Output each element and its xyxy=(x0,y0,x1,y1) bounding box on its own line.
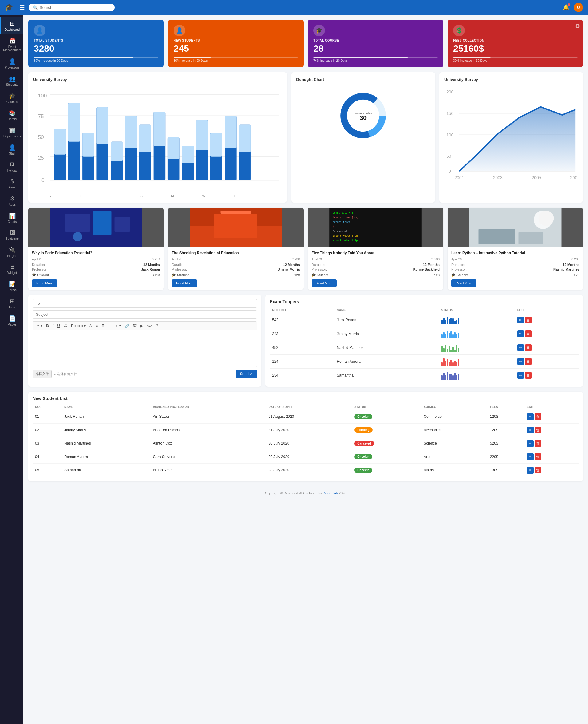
sidebar-item-fees[interactable]: $ Fees xyxy=(0,175,23,192)
topper-del-btn[interactable]: 🗑 xyxy=(525,330,532,337)
toolbar-bold-btn[interactable]: B xyxy=(45,323,50,328)
sidebar-item-students[interactable]: 👥 Students xyxy=(0,72,23,89)
toolbar-font-btn[interactable]: 🖨 xyxy=(62,323,68,328)
sidebar-item-professors[interactable]: 👤 Professors xyxy=(0,55,23,72)
toolbar-help-btn[interactable]: ? xyxy=(155,323,160,328)
bar-light-2 xyxy=(82,133,94,157)
bar-light-11 xyxy=(210,133,223,157)
toolbar-image-btn[interactable]: 🖼 xyxy=(132,323,138,328)
topper-del-btn[interactable]: 🗑 xyxy=(525,317,532,323)
search-input[interactable] xyxy=(40,5,110,10)
charts-icon: 📊 xyxy=(9,213,16,219)
sidebar-item-event[interactable]: 📅 Event Management xyxy=(0,35,23,55)
read-more-btn-blog-4[interactable]: Read More xyxy=(451,279,477,287)
mini-bar xyxy=(454,350,456,352)
stat-card-progress-fees-collection xyxy=(453,57,578,58)
toolbar-code-btn[interactable]: </> xyxy=(146,323,153,328)
blog-student-count-blog-2: +120 xyxy=(292,273,300,277)
topper-edit-btn[interactable]: ✏ xyxy=(517,372,524,379)
toolbar-format-btn[interactable]: ✏ ▾ xyxy=(35,323,44,328)
topper-edit-btn[interactable]: ✏ xyxy=(517,344,524,351)
toolbar-font-select[interactable]: Roboto ▾ xyxy=(70,323,87,328)
students-col-header: NAME xyxy=(62,404,150,410)
email-subject-field[interactable] xyxy=(33,310,257,319)
student-del-btn[interactable]: 🗑 xyxy=(534,440,541,447)
holiday-label: Holiday xyxy=(7,169,17,172)
topper-del-btn[interactable]: 🗑 xyxy=(525,344,532,351)
sidebar-item-library[interactable]: 📚 Library xyxy=(0,107,23,124)
send-btn[interactable]: Send ✓ xyxy=(236,370,257,378)
sidebar-item-dashboard[interactable]: ⊞ Dashboard xyxy=(0,17,23,35)
sidebar-item-charts[interactable]: 📊 Charts xyxy=(0,209,23,226)
topper-edit-btn[interactable]: ✏ xyxy=(517,317,524,323)
blog-prof-val-blog-1: Jack Ronan xyxy=(141,267,160,271)
sidebar-item-widget[interactable]: 🖥 Widget xyxy=(0,261,23,278)
student-del-btn[interactable]: 🗑 xyxy=(534,427,541,434)
toppers-status-bars xyxy=(439,327,515,341)
toolbar-ol-btn[interactable]: ☰ xyxy=(100,323,106,328)
student-del-btn[interactable]: 🗑 xyxy=(534,454,541,460)
email-body[interactable] xyxy=(33,330,257,367)
toolbar-ul-btn[interactable]: ≡ xyxy=(94,323,99,328)
student-edit-btn[interactable]: ✏ xyxy=(527,454,533,460)
topper-del-btn[interactable]: 🗑 xyxy=(525,372,532,379)
toolbar-color-btn[interactable]: A xyxy=(88,323,93,328)
sidebar-item-table[interactable]: ⊞ Table xyxy=(0,295,23,312)
file-choose-btn[interactable]: 选择文件 xyxy=(33,370,51,378)
blog-duration-val-blog-3: 12 Months xyxy=(423,263,440,266)
student-edit-btn[interactable]: ✏ xyxy=(527,440,533,447)
plugins-icon: 🔌 xyxy=(9,246,16,253)
mini-bar xyxy=(456,345,458,352)
student-edit-btn[interactable]: ✏ xyxy=(527,427,533,434)
topper-del-btn[interactable]: 🗑 xyxy=(525,358,532,365)
toppers-col-header: STATUS xyxy=(439,307,515,313)
read-more-btn-blog-1[interactable]: Read More xyxy=(32,279,57,287)
students-table: NO.NAMEASSIGNED PROFESSORDATE OF ADMITST… xyxy=(33,404,579,477)
toppers-status-bars xyxy=(439,341,515,355)
toolbar-italic-btn[interactable]: I xyxy=(51,323,55,328)
stat-card-sub-total-students: 80% Increase in 20 Days xyxy=(34,59,158,62)
footer-brand[interactable]: Dexignlab xyxy=(323,491,338,495)
sidebar-item-plugins[interactable]: 🔌 Plugins xyxy=(0,243,23,261)
sidebar-item-apps[interactable]: ⚙ Apps xyxy=(0,192,23,209)
stat-card-sub-total-course: 76% Increase in 20 Days xyxy=(313,59,438,62)
student-del-btn[interactable]: 🗑 xyxy=(534,467,541,474)
read-more-btn-blog-3[interactable]: Read More xyxy=(312,279,337,287)
read-more-btn-blog-2[interactable]: Read More xyxy=(172,279,197,287)
svg-rect-36 xyxy=(214,214,257,238)
stat-card-total-students: 👤 TOTAL STUDENTS 3280 80% Increase in 20… xyxy=(28,20,164,67)
library-label: Library xyxy=(7,117,17,121)
notification-button[interactable]: 🔔 xyxy=(563,4,570,11)
email-to-field[interactable] xyxy=(33,299,257,308)
toolbar-table-btn[interactable]: ⊞ ▾ xyxy=(114,323,122,328)
mini-bar xyxy=(445,345,446,352)
student-del-btn[interactable]: 🗑 xyxy=(534,413,541,420)
bootstrap-icon: 🅱 xyxy=(9,230,15,236)
sidebar-item-holiday[interactable]: 🗓 Holiday xyxy=(0,158,23,175)
gear-icon[interactable]: ⚙ xyxy=(575,23,580,29)
sidebar-item-courses[interactable]: 🎓 Courses xyxy=(0,89,23,107)
blog-grid: Why is Early Education Essential? April … xyxy=(28,207,583,290)
avatar[interactable]: U xyxy=(574,3,583,12)
blog-title-blog-4: Learn Python – Interactive Python Tutori… xyxy=(451,250,580,256)
sidebar-item-pages[interactable]: 📄 Pages xyxy=(0,312,23,329)
toolbar-underline-btn[interactable]: U xyxy=(56,323,61,328)
sidebar-item-staff[interactable]: 👤 Staff xyxy=(0,141,23,158)
student-edit-btn[interactable]: ✏ xyxy=(527,414,533,420)
hamburger-icon[interactable]: ☰ xyxy=(19,4,25,11)
toolbar-link-btn[interactable]: 🔗 xyxy=(124,323,130,328)
mini-bar xyxy=(458,318,459,324)
sidebar-item-bootstrap[interactable]: 🅱 Bootstrap xyxy=(0,226,23,243)
topper-edit-btn[interactable]: ✏ xyxy=(517,358,524,365)
toolbar-video-btn[interactable]: ▶ xyxy=(139,323,144,328)
sidebar-item-departments[interactable]: 🏢 Departments xyxy=(0,124,23,141)
blog-duration-label: Duration: xyxy=(451,263,465,266)
stat-card-label-total-course: TOTAL COURSE xyxy=(313,39,438,42)
top-nav: 🎓 ☰ 🔍 🔔 U xyxy=(0,0,588,15)
student-edit-btn[interactable]: ✏ xyxy=(527,467,533,474)
toppers-roll: 243 xyxy=(270,327,334,341)
sidebar-item-forms[interactable]: 📝 Forms xyxy=(0,278,23,295)
topper-edit-btn[interactable]: ✏ xyxy=(517,330,524,337)
blog-prof-label: Professor: xyxy=(312,267,327,271)
toolbar-indent-btn[interactable]: ⊟ xyxy=(107,323,113,328)
